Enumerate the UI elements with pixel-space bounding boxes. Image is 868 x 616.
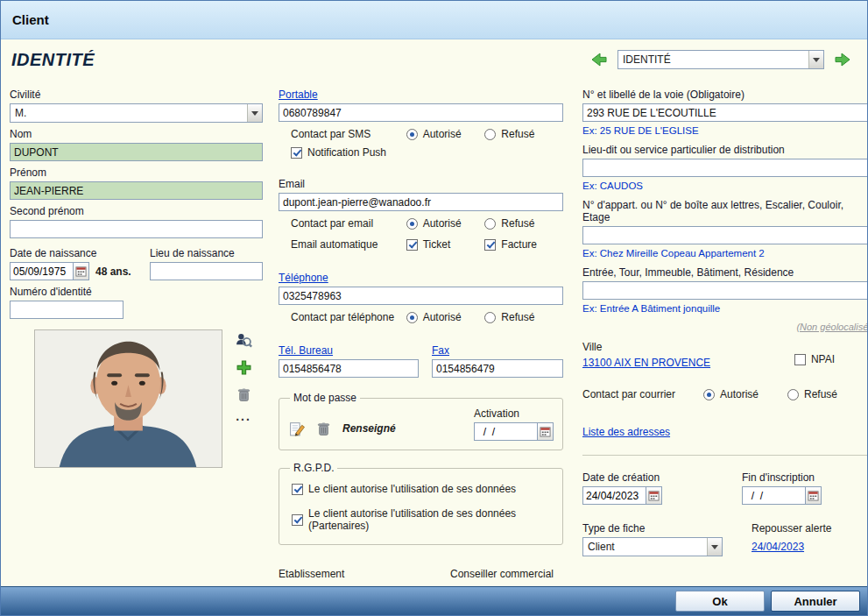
voie-input[interactable]: [582, 103, 868, 122]
entree-example-link[interactable]: Ex: Entrée A Bâtiment jonquille: [582, 303, 868, 314]
lieu-naissance-input[interactable]: [150, 262, 263, 280]
conseiller-label: Conseiller commercial: [450, 568, 554, 580]
email-label: Email: [279, 178, 563, 190]
tel-bureau-input[interactable]: [279, 359, 419, 378]
telephone-autorise-radio[interactable]: [406, 312, 418, 323]
rgpd-consent1-checkbox[interactable]: [292, 484, 303, 495]
courrier-row: Contact par courrier Autorisé Refusé: [582, 388, 868, 400]
contact-email-label: Contact par email: [291, 217, 406, 230]
date-naissance-input[interactable]: [10, 262, 73, 280]
calendar-icon[interactable]: [805, 486, 822, 505]
email-input[interactable]: [279, 193, 563, 211]
entree-label: Entrée, Tour, Immeuble, Bâtiment, Réside…: [582, 266, 868, 279]
identity-column: Civilité M. Nom Prénom Second prénom: [1, 80, 268, 588]
email-refuse-label: Refusé: [501, 217, 534, 230]
fax-input[interactable]: [432, 359, 563, 378]
courrier-autorise-radio[interactable]: [703, 389, 715, 400]
notification-push-label: Notification Push: [307, 146, 386, 159]
section-select-value: IDENTITÉ: [623, 53, 671, 66]
nom-label: Nom: [10, 128, 263, 140]
numero-identite-input[interactable]: [10, 301, 123, 319]
section-divider: [582, 455, 868, 456]
ville-label: Ville: [582, 341, 710, 353]
section-nav: IDENTITÉ: [589, 50, 857, 69]
lieu-dit-label: Lieu-dit ou service particulier de distr…: [582, 144, 868, 156]
nav-next-arrow-icon[interactable]: [832, 51, 853, 68]
delete-photo-icon[interactable]: [235, 386, 252, 403]
rgpd-group: R.G.P.D. Le client autorise l'utilisatio…: [279, 462, 563, 545]
age-text: 48 ans.: [95, 266, 131, 278]
more-options-icon[interactable]: ...: [236, 413, 251, 420]
voie-label: N° et libellé de la voie (Obligatoire): [582, 89, 868, 101]
chevron-down-icon: [707, 538, 722, 556]
password-status: Renseigné: [342, 422, 396, 435]
courrier-refuse-label: Refusé: [804, 388, 837, 400]
delete-password-icon[interactable]: [314, 420, 332, 437]
add-photo-icon[interactable]: [235, 358, 252, 376]
courrier-autorise-label: Autorisé: [720, 388, 759, 400]
fin-inscription-input[interactable]: [742, 486, 805, 505]
ticket-checkbox[interactable]: [406, 239, 418, 251]
sms-autorise-label: Autorisé: [423, 128, 462, 140]
telephone-autorise-label: Autorisé: [423, 311, 462, 323]
activation-input[interactable]: [474, 422, 537, 441]
telephone-refuse-radio[interactable]: [484, 312, 496, 323]
date-creation-input[interactable]: [582, 486, 646, 505]
main-content: Civilité M. Nom Prénom Second prénom: [1, 80, 867, 588]
type-fiche-select[interactable]: Client: [582, 537, 723, 556]
portable-input[interactable]: [279, 103, 563, 122]
chevron-down-icon: [808, 51, 823, 68]
civilite-label: Civilité: [10, 89, 263, 101]
facture-checkbox[interactable]: [484, 239, 496, 251]
appart-input[interactable]: [582, 226, 868, 244]
second-prenom-label: Second prénom: [10, 205, 263, 217]
client-window: Client IDENTITÉ IDENTITÉ Civilité: [0, 0, 868, 616]
contact-column: Portable Contact par SMS Autorisé Refusé…: [268, 80, 572, 588]
calendar-icon[interactable]: [537, 422, 554, 441]
date-creation-label: Date de création: [582, 471, 705, 484]
telephone-input[interactable]: [279, 287, 563, 305]
sms-autorise-radio[interactable]: [406, 129, 418, 140]
sms-refuse-label: Refusé: [501, 128, 534, 140]
npai-checkbox[interactable]: [794, 354, 806, 365]
email-autorise-radio[interactable]: [406, 218, 418, 230]
type-fiche-select-value: Client: [588, 541, 615, 553]
email-automatique-label: Email automatique: [291, 238, 406, 251]
portable-label-link[interactable]: Portable: [279, 89, 318, 101]
entree-input[interactable]: [582, 281, 868, 300]
appart-example-link[interactable]: Ex: Chez Mireille Copeau Appartement 2: [582, 248, 868, 258]
fax-label-link[interactable]: Fax: [432, 344, 449, 357]
geolocation-status: (Non géolocalisé): [582, 322, 868, 332]
password-group-label: Mot de passe: [290, 392, 360, 404]
calendar-icon[interactable]: [73, 262, 89, 280]
courrier-refuse-radio[interactable]: [787, 389, 799, 400]
sms-refuse-radio[interactable]: [484, 129, 496, 140]
contact-sms-label: Contact par SMS: [291, 128, 406, 140]
rgpd-consent2-checkbox[interactable]: [292, 514, 303, 526]
ville-link[interactable]: 13100 AIX EN PROVENCE: [582, 357, 710, 369]
notification-push-checkbox[interactable]: [291, 147, 302, 159]
telephone-label-link[interactable]: Téléphone: [279, 272, 328, 284]
window-title: Client: [12, 12, 49, 27]
ville-row: Ville 13100 AIX EN PROVENCE NPAI: [582, 341, 868, 369]
second-prenom-input[interactable]: [10, 220, 263, 238]
edit-password-icon[interactable]: [288, 420, 306, 437]
nom-input[interactable]: [10, 143, 263, 161]
annuler-button[interactable]: Annuler: [771, 591, 860, 612]
repousser-alerte-link[interactable]: 24/04/2023: [752, 541, 831, 553]
search-person-icon[interactable]: [235, 331, 252, 349]
lieu-dit-input[interactable]: [582, 159, 868, 177]
appart-label: N° d'appart. ou N° de boîte aux lettres,…: [582, 199, 845, 223]
liste-adresses-link[interactable]: Liste des adresses: [582, 426, 670, 438]
calendar-icon[interactable]: [646, 486, 662, 505]
email-refuse-radio[interactable]: [484, 218, 496, 230]
prenom-input[interactable]: [10, 181, 263, 200]
facture-label: Facture: [501, 238, 537, 251]
section-select[interactable]: IDENTITÉ: [617, 50, 824, 69]
civilite-select[interactable]: M.: [10, 103, 263, 123]
tel-bureau-label-link[interactable]: Tél. Bureau: [279, 344, 333, 357]
voie-example-link[interactable]: Ex: 25 RUE DE L'EGLISE: [582, 125, 868, 136]
nav-previous-arrow-icon[interactable]: [589, 51, 610, 68]
ok-button[interactable]: Ok: [675, 591, 765, 612]
lieu-dit-example-link[interactable]: Ex: CAUDOS: [582, 181, 868, 191]
